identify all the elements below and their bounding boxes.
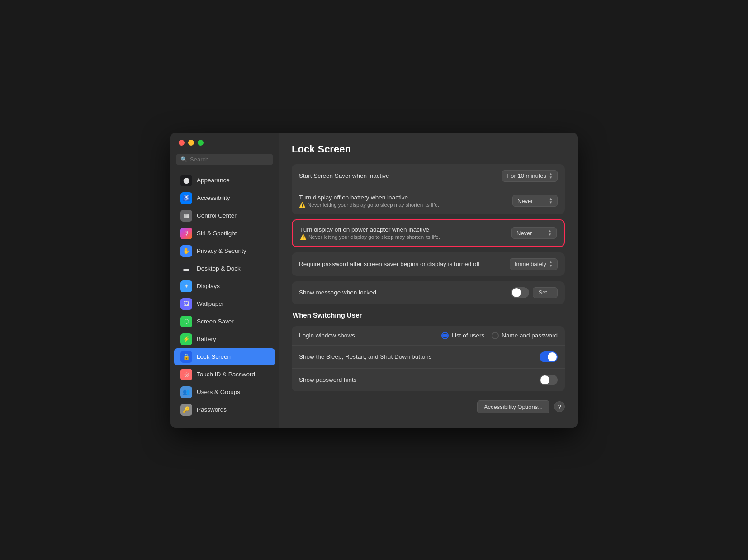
screen-saver-control: For 10 minutes ▲▼ [502, 170, 558, 182]
desktop-icon: ▬ [180, 263, 192, 275]
show-message-toggle[interactable] [511, 287, 529, 298]
minimize-button[interactable] [188, 140, 194, 146]
radio-group: List of users Name and password [441, 332, 558, 339]
require-password-card: Require password after screen saver begi… [292, 252, 565, 276]
accessibility-icon: ♿ [180, 192, 192, 204]
power-display-control: Never ▲▼ [511, 227, 557, 239]
sidebar-item-label-siri: Siri & Spotlight [197, 230, 237, 237]
stepper-arrows-2: ▲▼ [549, 197, 553, 204]
wallpaper-icon: 🖼 [180, 298, 192, 310]
appearance-icon: ⬤ [180, 175, 192, 186]
login-window-row: Login window shows List of users Name an… [292, 326, 565, 346]
sleep-buttons-control [540, 351, 558, 362]
password-hints-row: Show password hints [292, 369, 565, 391]
close-button[interactable] [179, 140, 185, 146]
stepper-arrows-3: ▲▼ [548, 229, 552, 237]
touchid-icon: ◎ [180, 369, 192, 380]
displays-icon: ✦ [180, 280, 192, 292]
sidebar-item-screensaver[interactable]: ⬡Screen Saver [174, 313, 275, 330]
radio-circle-name [492, 332, 499, 339]
sidebar-item-appearance[interactable]: ⬤Appearance [174, 172, 275, 189]
sidebar: 🔍 ⬤Appearance♿Accessibility▦Control Cent… [170, 133, 279, 428]
privacy-icon: ✋ [180, 245, 192, 257]
sleep-buttons-toggle[interactable] [540, 351, 558, 362]
require-password-control: Immediately ▲▼ [510, 258, 558, 270]
sidebar-item-wallpaper[interactable]: 🖼Wallpaper [174, 295, 275, 313]
set-button[interactable]: Set... [533, 287, 558, 298]
traffic-lights [170, 133, 279, 151]
accessibility-options-button[interactable]: Accessibility Options... [477, 400, 549, 413]
sidebar-item-touchid[interactable]: ◎Touch ID & Password [174, 366, 275, 383]
sidebar-item-label-privacy: Privacy & Security [197, 247, 246, 254]
search-icon: 🔍 [180, 156, 187, 162]
screen-saver-row: Start Screen Saver when inactive For 10 … [292, 164, 565, 188]
maximize-button[interactable] [198, 140, 204, 146]
sidebar-item-label-battery: Battery [197, 336, 216, 342]
screensaver-icon: ⬡ [180, 316, 192, 327]
sidebar-item-accessibility[interactable]: ♿Accessibility [174, 190, 275, 207]
sidebar-item-displays[interactable]: ✦Displays [174, 278, 275, 295]
require-password-row: Require password after screen saver begi… [292, 252, 565, 276]
control-icon: ▦ [180, 210, 192, 222]
page-title: Lock Screen [292, 143, 565, 155]
sidebar-item-label-accessibility: Accessibility [197, 195, 230, 201]
sidebar-item-label-passwords: Passwords [197, 406, 227, 413]
sidebar-item-label-touchid: Touch ID & Password [197, 371, 255, 378]
search-container: 🔍 [170, 151, 279, 170]
sidebar-item-privacy[interactable]: ✋Privacy & Security [174, 242, 275, 260]
sidebar-item-label-displays: Displays [197, 283, 220, 289]
sidebar-item-desktop[interactable]: ▬Desktop & Dock [174, 260, 275, 277]
search-input[interactable] [190, 156, 269, 163]
sidebar-item-lockscreen[interactable]: 🔒Lock Screen [174, 348, 275, 365]
sidebar-item-label-lockscreen: Lock Screen [197, 353, 231, 360]
battery-display-stepper[interactable]: Never ▲▼ [512, 195, 558, 207]
warning-icon-2: ⚠️ [300, 234, 307, 240]
system-preferences-window: 🔍 ⬤Appearance♿Accessibility▦Control Cent… [170, 133, 578, 428]
power-display-row: Turn display off on power adapter when i… [293, 220, 564, 246]
sleep-buttons-row: Show the Sleep, Restart, and Shut Down b… [292, 346, 565, 369]
radio-name-password[interactable]: Name and password [492, 332, 558, 339]
require-password-label: Require password after screen saver begi… [299, 261, 510, 267]
sleep-buttons-label: Show the Sleep, Restart, and Shut Down b… [299, 353, 540, 360]
show-message-control: Set... [511, 287, 558, 298]
search-box: 🔍 [176, 154, 273, 165]
help-button[interactable]: ? [554, 401, 565, 412]
screen-saver-stepper[interactable]: For 10 minutes ▲▼ [502, 170, 558, 182]
power-display-stepper[interactable]: Never ▲▼ [511, 227, 557, 239]
battery-display-sublabel: ⚠️ Never letting your display go to slee… [299, 202, 512, 208]
warning-icon: ⚠️ [299, 202, 306, 208]
sidebar-item-label-desktop: Desktop & Dock [197, 265, 241, 272]
sidebar-item-label-appearance: Appearance [197, 177, 230, 184]
sidebar-item-label-screensaver: Screen Saver [197, 318, 234, 325]
sidebar-item-users[interactable]: 👥Users & Groups [174, 384, 275, 401]
power-display-sublabel: ⚠️ Never letting your display go to slee… [300, 234, 511, 240]
passwords-icon: 🔑 [180, 404, 192, 416]
radio-list-of-users[interactable]: List of users [441, 332, 484, 339]
password-hints-control [540, 375, 558, 385]
screen-saver-label: Start Screen Saver when inactive [299, 172, 502, 179]
radio-circle-list [441, 332, 449, 339]
display-sleep-card: Start Screen Saver when inactive For 10 … [292, 164, 565, 214]
show-message-row: Show message when locked Set... [292, 281, 565, 304]
sidebar-item-battery[interactable]: ⚡Battery [174, 331, 275, 348]
require-password-stepper[interactable]: Immediately ▲▼ [510, 258, 558, 270]
siri-icon: 🎙 [180, 228, 192, 239]
show-message-label: Show message when locked [299, 289, 511, 296]
stepper-arrows: ▲▼ [549, 172, 553, 180]
sidebar-item-label-wallpaper: Wallpaper [197, 300, 224, 307]
when-switching-card: Login window shows List of users Name an… [292, 326, 565, 391]
lockscreen-icon: 🔒 [180, 351, 192, 363]
main-content: Lock Screen Start Screen Saver when inac… [279, 133, 578, 428]
battery-display-row: Turn display off on battery when inactiv… [292, 188, 565, 214]
battery-icon: ⚡ [180, 333, 192, 345]
battery-display-control: Never ▲▼ [512, 195, 558, 207]
sidebar-item-control[interactable]: ▦Control Center [174, 207, 275, 224]
password-hints-toggle[interactable] [540, 375, 558, 385]
show-message-card: Show message when locked Set... [292, 281, 565, 304]
power-display-label: Turn display off on power adapter when i… [300, 226, 511, 233]
sidebar-item-passwords[interactable]: 🔑Passwords [174, 401, 275, 418]
password-hints-label: Show password hints [299, 376, 540, 383]
sidebar-item-siri[interactable]: 🎙Siri & Spotlight [174, 225, 275, 242]
power-adapter-card: Turn display off on power adapter when i… [292, 219, 565, 247]
sidebar-item-label-control: Control Center [197, 212, 237, 219]
